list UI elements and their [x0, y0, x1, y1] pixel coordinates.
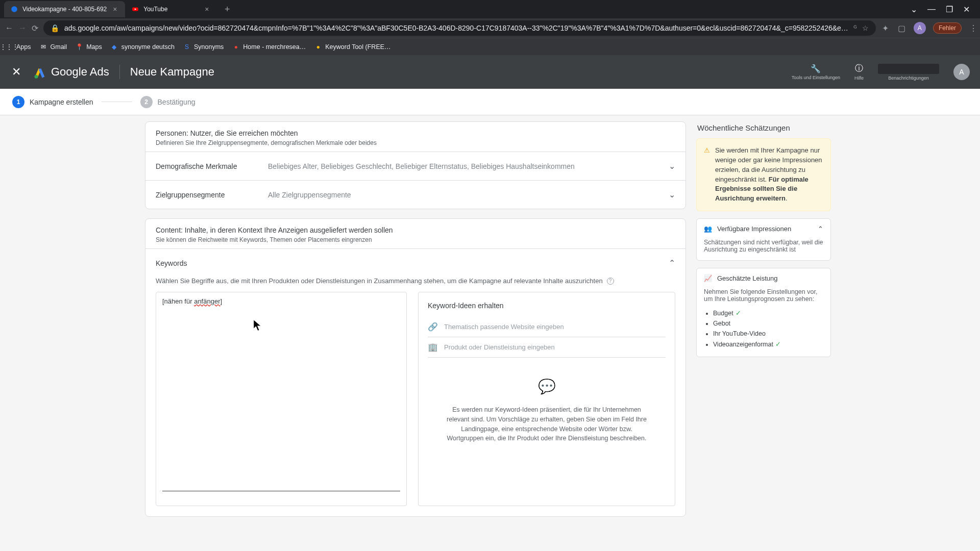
extensions-icon[interactable]: ✦	[881, 23, 890, 33]
estimates-sidebar: Wöchentliche Schätzungen ⚠ Sie werden mi…	[696, 121, 831, 526]
bookmark-maps[interactable]: 📍Maps	[75, 43, 102, 51]
bookmark-synonyme[interactable]: ◆synonyme deutsch	[110, 43, 175, 51]
page-icon: ●	[232, 43, 240, 51]
demographics-row[interactable]: Demografische Merkmale Beliebiges Alter,…	[145, 152, 685, 180]
content-card: Content: Inhalte, in deren Kontext Ihre …	[145, 218, 686, 517]
profile-avatar[interactable]: A	[914, 22, 926, 34]
chat-search-icon: 💬	[443, 378, 650, 395]
content-title: Content: Inhalte, in deren Kontext Ihre …	[156, 226, 675, 234]
placeholder: Thematisch passende Website eingeben	[444, 323, 564, 331]
help-icon[interactable]: ?	[607, 278, 614, 285]
step-number: 2	[140, 96, 153, 108]
notifications-button[interactable]: Benachrichtigungen	[878, 64, 939, 81]
chevron-down-icon[interactable]: ⌄	[911, 5, 917, 14]
close-icon[interactable]: ×	[203, 5, 211, 13]
google-ads-logo[interactable]: Google Ads	[33, 65, 109, 79]
wrench-icon: 🔧	[811, 64, 821, 73]
impressions-card: 👥 Verfügbare Impressionen ⌃ Schätzungen …	[696, 218, 831, 261]
tab-title: YouTube	[143, 6, 199, 13]
bookmark-keyword-tool[interactable]: ●Keyword Tool (FREE…	[314, 43, 390, 51]
star-icon[interactable]: ☆	[862, 24, 869, 32]
tab-title: Videokampagne - 400-805-692	[22, 6, 107, 13]
ads-logo-icon	[33, 65, 47, 79]
ideas-empty-text: Es werden nur Keyword-Ideen präsentiert,…	[443, 405, 650, 443]
extension-square-icon[interactable]: ▢	[897, 23, 906, 33]
favicon-ads-icon	[10, 5, 18, 13]
maps-icon: 📍	[75, 43, 83, 51]
forward-button[interactable]: →	[18, 22, 27, 34]
ideas-title: Keyword-Ideen erhalten	[428, 302, 666, 310]
performance-list: Budget✓ Gebot Ihr YouTube-Video Videoanz…	[704, 308, 823, 349]
browser-chrome: Videokampagne - 400-805-692 × YouTube × …	[0, 0, 980, 55]
ideas-product-input[interactable]: 🏢 Produkt oder Dienstleistung eingeben	[428, 337, 666, 358]
lock-icon: 🔒	[51, 24, 59, 32]
segments-row[interactable]: Zielgruppensegmente Alle Zielgruppensegm…	[145, 180, 685, 209]
ads-header: ✕ Google Ads Neue Kampagne 🔧 Tools und E…	[0, 55, 980, 89]
ideas-website-input[interactable]: 🔗 Thematisch passende Website eingeben	[428, 317, 666, 337]
step-create[interactable]: 1 Kampagne erstellen	[12, 96, 93, 108]
step-label: Kampagne erstellen	[30, 98, 93, 106]
performance-card: 📈 Geschätzte Leistung Nehmen Sie folgend…	[696, 268, 831, 357]
close-window-icon[interactable]: ✕	[963, 5, 970, 14]
personen-title: Personen: Nutzer, die Sie erreichen möch…	[156, 129, 675, 137]
bookmarks-bar: ⋮⋮⋮Apps ✉Gmail 📍Maps ◆synonyme deutsch S…	[0, 38, 980, 55]
help-button[interactable]: ⓘ Hilfe	[854, 63, 864, 81]
keywords-section-header[interactable]: Keywords ⌃	[145, 248, 685, 277]
content-subtitle: Sie können die Reichweite mit Keywords, …	[156, 236, 675, 243]
impressions-body: Schätzungen sind nicht verfügbar, weil d…	[697, 239, 830, 260]
step-confirm[interactable]: 2 Bestätigung	[140, 96, 195, 108]
chevron-down-icon: ⌄	[669, 161, 675, 171]
product-name: Google Ads	[51, 65, 109, 79]
link-icon: 🔗	[428, 322, 438, 332]
window-controls: ⌄ — ❐ ✕	[911, 5, 976, 14]
minimize-icon[interactable]: —	[927, 5, 936, 14]
keyword-ideas-panel: Keyword-Ideen erhalten 🔗 Thematisch pass…	[418, 292, 675, 506]
svg-point-0	[11, 6, 17, 12]
chevron-up-icon: ⌃	[818, 225, 823, 233]
page-title: Neue Kampagne	[130, 65, 214, 79]
card-title: Geschätzte Leistung	[717, 274, 778, 282]
address-bar: ← → ⟳ 🔒 ads.google.com/aw/campaigns/new/…	[0, 18, 980, 38]
svg-point-3	[35, 75, 38, 79]
bookmark-synonyms[interactable]: SSynonyms	[183, 43, 224, 51]
step-number: 1	[12, 96, 24, 108]
kebab-menu-icon[interactable]: ⋮	[969, 23, 978, 33]
main-content: Personen: Nutzer, die Sie erreichen möch…	[0, 115, 980, 532]
tab-youtube[interactable]: YouTube ×	[125, 1, 217, 17]
maximize-icon[interactable]: ❐	[946, 5, 953, 14]
reload-button[interactable]: ⟳	[32, 22, 38, 34]
new-tab-button[interactable]: +	[220, 2, 234, 16]
step-label: Bestätigung	[158, 98, 195, 106]
bookmark-gmail[interactable]: ✉Gmail	[39, 43, 67, 51]
ideas-empty-state: 💬 Es werden nur Keyword-Ideen präsentier…	[428, 358, 666, 448]
chevron-up-icon: ⌃	[669, 258, 675, 268]
account-avatar[interactable]: A	[953, 64, 970, 80]
stepper: 1 Kampagne erstellen 2 Bestätigung	[0, 89, 980, 115]
url-field[interactable]: 🔒 ads.google.com/aw/campaigns/new/video?…	[43, 20, 876, 36]
tab-bar: Videokampagne - 400-805-692 × YouTube × …	[0, 0, 980, 18]
translate-icon[interactable]: ᴳ	[853, 24, 857, 32]
close-icon[interactable]: ×	[111, 5, 119, 13]
step-connector	[102, 102, 132, 102]
close-campaign-button[interactable]: ✕	[10, 66, 22, 78]
warning-box: ⚠ Sie werden mit Ihrer Kampagne nur weni…	[696, 138, 831, 211]
row-label: Demografische Merkmale	[156, 162, 268, 170]
tools-button[interactable]: 🔧 Tools und Einstellungen	[792, 64, 840, 80]
bookmark-apps[interactable]: ⋮⋮⋮Apps	[5, 43, 31, 51]
performance-intro: Nehmen Sie folgende Einstellungen vor, u…	[704, 288, 823, 303]
keywords-textarea[interactable]: [nähen für anfänger]	[156, 292, 407, 506]
performance-header[interactable]: 📈 Geschätzte Leistung	[697, 268, 830, 288]
notif-redacted	[878, 64, 939, 74]
check-icon: ✓	[736, 310, 741, 317]
list-item: Videoanzeigenformat✓	[713, 339, 823, 349]
tab-videokampagne[interactable]: Videokampagne - 400-805-692 ×	[4, 1, 125, 17]
personen-subtitle: Definieren Sie Ihre Zielgruppensegmente,…	[156, 139, 675, 146]
back-button[interactable]: ←	[5, 22, 13, 34]
error-badge[interactable]: Fehler	[933, 22, 962, 34]
bookmark-home[interactable]: ●Home - merchresea…	[232, 43, 306, 51]
row-label: Zielgruppensegmente	[156, 191, 268, 199]
impressions-header[interactable]: 👥 Verfügbare Impressionen ⌃	[697, 219, 830, 239]
favicon-youtube-icon	[131, 5, 139, 13]
page-icon: ◆	[110, 43, 118, 51]
gmail-icon: ✉	[39, 43, 47, 51]
